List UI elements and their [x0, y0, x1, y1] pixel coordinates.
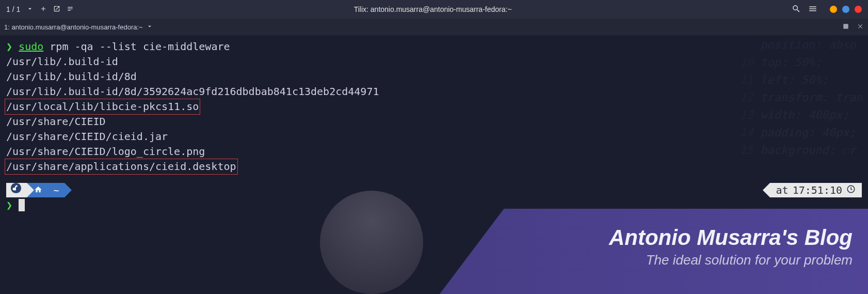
- session-dropdown-icon[interactable]: [26, 5, 34, 14]
- os-segment: [6, 183, 27, 197]
- command-name: rpm: [50, 40, 68, 53]
- tab-dropdown-icon[interactable]: [146, 23, 153, 32]
- tab-label: 1: antonio.musarra@antonio-musarra-fedor…: [4, 23, 143, 31]
- output-line: /usr/local/lib/libcie-pkcs11.so: [6, 99, 862, 114]
- output-line: /usr/share/applications/cieid.desktop: [6, 159, 862, 174]
- output-line: /usr/share/CIEID/logo_circle.png: [6, 144, 862, 159]
- titlebar: 1 / 1 Tilix: antonio.musarra@antonio-mus…: [0, 0, 868, 19]
- tab-controls: [842, 23, 864, 32]
- search-icon[interactable]: [792, 4, 801, 15]
- command-line: ❯ sudo rpm -qa --list cie-middleware: [6, 39, 862, 54]
- prompt-symbol: ❯: [6, 199, 12, 211]
- timestamp-value: 17:51:10: [793, 183, 842, 198]
- output-line: /usr/lib/.build-id/8d/3592624ac9fd216dbd…: [6, 84, 862, 99]
- titlebar-right: [792, 4, 862, 15]
- blog-title: Antonio Musarra's Blog: [609, 225, 853, 250]
- terminal-output: /usr/lib/.build-id/usr/lib/.build-id/8d/…: [6, 54, 862, 174]
- new-window-icon[interactable]: [53, 5, 60, 14]
- window-title: Tilix: antonio.musarra@antonio-musarra-f…: [74, 5, 792, 13]
- clock-icon: [846, 183, 856, 198]
- highlighted-path: /usr/share/applications/cieid.desktop: [5, 159, 238, 175]
- prompt-powerline: ~ at 17:51:10: [6, 182, 862, 198]
- highlighted-path: /usr/local/lib/libcie-pkcs11.so: [5, 99, 200, 115]
- window-controls: [830, 6, 862, 13]
- svg-rect-0: [844, 24, 848, 28]
- tabbar: 1: antonio.musarra@antonio-musarra-fedor…: [0, 19, 868, 35]
- timestamp-segment: at 17:51:10: [770, 183, 862, 197]
- maximize-button[interactable]: [842, 6, 849, 13]
- blog-subtitle: The ideal solution for your problem: [646, 252, 853, 268]
- minimize-button[interactable]: [830, 6, 837, 13]
- tab-maximize-icon[interactable]: [842, 23, 849, 32]
- tab-close-icon[interactable]: [857, 23, 864, 32]
- command-args: -qa --list cie-middleware: [74, 40, 230, 53]
- output-line: /usr/share/CIEID/cieid.jar: [6, 129, 862, 144]
- output-line: /usr/lib/.build-id/8d: [6, 69, 862, 84]
- tab-title[interactable]: 1: antonio.musarra@antonio-musarra-fedor…: [4, 23, 153, 32]
- output-line: /usr/share/CIEID: [6, 114, 862, 129]
- sync-icon[interactable]: [67, 5, 74, 14]
- add-session-button[interactable]: [40, 5, 47, 14]
- titlebar-left: 1 / 1: [6, 5, 74, 14]
- blog-banner: [440, 209, 868, 294]
- sudo-keyword: sudo: [19, 40, 43, 53]
- menu-icon[interactable]: [808, 4, 817, 15]
- session-counter: 1 / 1: [6, 5, 20, 13]
- cwd-path: ~: [54, 183, 59, 198]
- prompt-symbol: ❯: [6, 40, 12, 53]
- timestamp-prefix: at: [776, 183, 789, 198]
- cursor: [19, 199, 25, 211]
- fedora-icon: [10, 182, 22, 198]
- close-button[interactable]: [855, 6, 862, 13]
- home-icon: [34, 183, 42, 198]
- output-line: /usr/lib/.build-id: [6, 54, 862, 69]
- blog-avatar: [320, 191, 423, 294]
